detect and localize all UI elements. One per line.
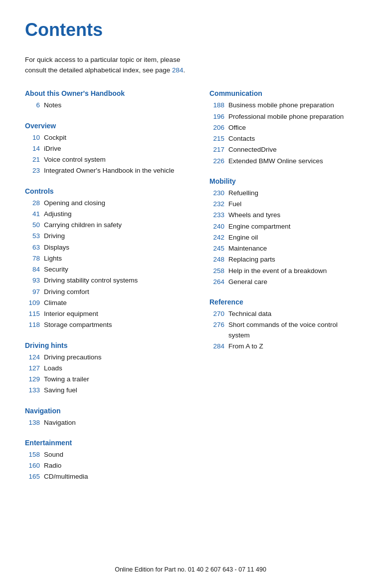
section-title-entertainment: Entertainment xyxy=(25,439,190,447)
page-link-284[interactable]: 284 xyxy=(172,66,184,74)
toc-entry: 232Fuel xyxy=(209,199,356,209)
toc-label: ConnectedDrive xyxy=(228,145,277,155)
toc-page-number: 158 xyxy=(25,450,44,460)
content-columns: About this Owner's Handbook6NotesOvervie… xyxy=(25,89,356,493)
toc-entry: 129Towing a trailer xyxy=(25,374,190,384)
toc-page-number: 93 xyxy=(25,276,44,286)
toc-page-number: 242 xyxy=(209,233,228,243)
intro-text-after: . xyxy=(184,66,186,74)
section-title-controls: Controls xyxy=(25,187,190,195)
toc-page-number: 206 xyxy=(209,123,228,133)
toc-page-number: 138 xyxy=(25,418,44,428)
section-entertainment: Entertainment158Sound160Radio165CD/multi… xyxy=(25,439,190,482)
toc-page-number: 109 xyxy=(25,298,44,308)
toc-label: Help in the event of a breakdown xyxy=(228,266,327,276)
toc-page-number: 230 xyxy=(209,188,228,198)
toc-label: Cockpit xyxy=(44,133,66,143)
toc-entry: 270Technical data xyxy=(209,309,356,319)
toc-entry: 21Voice control system xyxy=(25,155,190,165)
section-overview: Overview10Cockpit14iDrive21Voice control… xyxy=(25,122,190,176)
toc-entry: 10Cockpit xyxy=(25,133,190,143)
toc-page-number: 133 xyxy=(25,385,44,395)
toc-label: Loads xyxy=(44,363,62,373)
toc-page-number: 53 xyxy=(25,231,44,241)
toc-entry: 138Navigation xyxy=(25,418,190,428)
toc-page-number: 226 xyxy=(209,156,228,166)
toc-label: Notes xyxy=(44,100,61,110)
section-title-mobility: Mobility xyxy=(209,177,356,185)
toc-label: Engine oil xyxy=(228,233,258,243)
toc-page-number: 188 xyxy=(209,100,228,110)
toc-label: Extended BMW Online services xyxy=(228,156,323,166)
page-container: Contents For quick access to a particula… xyxy=(0,0,381,588)
toc-page-number: 240 xyxy=(209,222,228,232)
toc-page-number: 276 xyxy=(209,320,228,330)
toc-entry: 245Maintenance xyxy=(209,244,356,254)
toc-page-number: 232 xyxy=(209,199,228,209)
toc-entry: 230Refuelling xyxy=(209,188,356,198)
toc-entry: 53Driving xyxy=(25,231,190,241)
toc-entry: 23Integrated Owner's Handbook in the veh… xyxy=(25,166,190,176)
toc-page-number: 270 xyxy=(209,309,228,319)
toc-page-number: 284 xyxy=(209,341,228,351)
intro-text-before: For quick access to a particular topic o… xyxy=(25,56,180,74)
toc-page-number: 50 xyxy=(25,220,44,230)
toc-label: Driving stability control systems xyxy=(44,276,138,286)
section-controls: Controls28Opening and closing41Adjusting… xyxy=(25,187,190,330)
toc-page-number: 248 xyxy=(209,255,228,265)
toc-label: Driving comfort xyxy=(44,287,89,297)
toc-label: General care xyxy=(228,277,267,287)
toc-entry: 284From A to Z xyxy=(209,341,356,351)
toc-page-number: 215 xyxy=(209,134,228,144)
toc-entry: 78Lights xyxy=(25,254,190,264)
toc-page-number: 196 xyxy=(209,112,228,122)
toc-entry: 242Engine oil xyxy=(209,233,356,243)
toc-label: Wheels and tyres xyxy=(228,210,280,220)
toc-entry: 217ConnectedDrive xyxy=(209,145,356,155)
toc-label: Opening and closing xyxy=(44,198,105,208)
toc-page-number: 21 xyxy=(25,155,44,165)
toc-entry: 28Opening and closing xyxy=(25,198,190,208)
toc-entry: 133Saving fuel xyxy=(25,385,190,395)
toc-label: Adjusting xyxy=(44,209,72,219)
toc-label: Contacts xyxy=(228,134,255,144)
toc-page-number: 127 xyxy=(25,363,44,373)
footer: Online Edition for Part no. 01 40 2 607 … xyxy=(0,566,381,573)
section-mobility: Mobility230Refuelling232Fuel233Wheels an… xyxy=(209,177,356,287)
section-title-overview: Overview xyxy=(25,122,190,130)
toc-entry: 226Extended BMW Online services xyxy=(209,156,356,166)
toc-entry: 97Driving comfort xyxy=(25,287,190,297)
toc-page-number: 124 xyxy=(25,352,44,362)
toc-label: Office xyxy=(228,123,246,133)
section-about: About this Owner's Handbook6Notes xyxy=(25,89,190,110)
toc-page-number: 63 xyxy=(25,243,44,253)
toc-entry: 109Climate xyxy=(25,298,190,308)
toc-page-number: 14 xyxy=(25,144,44,154)
toc-page-number: 233 xyxy=(209,210,228,220)
toc-label: Storage compartments xyxy=(44,320,112,330)
page-title: Contents xyxy=(25,20,356,40)
section-title-navigation: Navigation xyxy=(25,407,190,415)
toc-entry: 165CD/multimedia xyxy=(25,472,190,482)
right-column: Communication188Business mobile phone pr… xyxy=(209,89,356,362)
left-column: About this Owner's Handbook6NotesOvervie… xyxy=(25,89,190,493)
section-title-about: About this Owner's Handbook xyxy=(25,89,190,97)
toc-entry: 188Business mobile phone preparation xyxy=(209,100,356,110)
toc-entry: 215Contacts xyxy=(209,134,356,144)
toc-label: Replacing parts xyxy=(228,255,275,265)
toc-entry: 63Displays xyxy=(25,243,190,253)
toc-label: Fuel xyxy=(228,199,241,209)
toc-entry: 264General care xyxy=(209,277,356,287)
toc-entry: 258Help in the event of a breakdown xyxy=(209,266,356,276)
toc-label: Driving xyxy=(44,231,65,241)
section-communication: Communication188Business mobile phone pr… xyxy=(209,89,356,166)
toc-page-number: 118 xyxy=(25,320,44,330)
toc-label: Displays xyxy=(44,243,69,253)
toc-page-number: 84 xyxy=(25,265,44,275)
toc-page-number: 115 xyxy=(25,309,44,319)
toc-page-number: 165 xyxy=(25,472,44,482)
toc-label: Radio xyxy=(44,461,61,471)
toc-label: Voice control system xyxy=(44,155,106,165)
section-driving-hints: Driving hints124Driving precautions127Lo… xyxy=(25,341,190,396)
toc-label: Refuelling xyxy=(228,188,258,198)
